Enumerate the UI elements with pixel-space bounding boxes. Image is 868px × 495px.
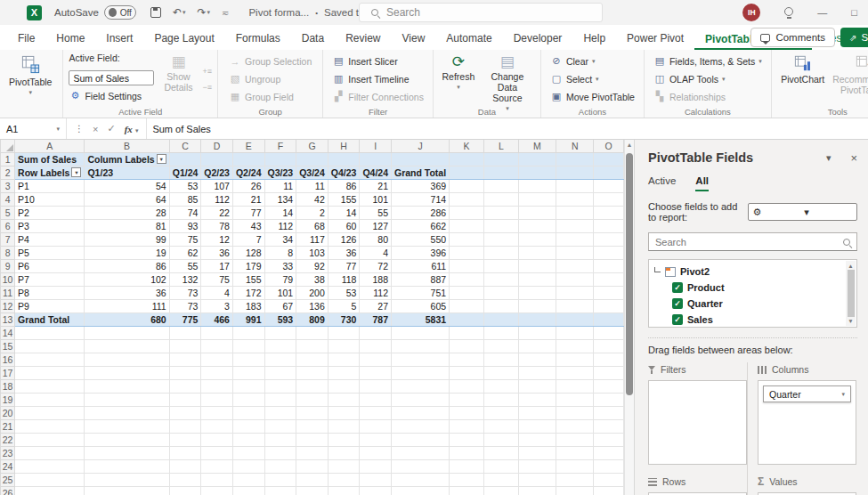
column-header-I[interactable]: I xyxy=(360,140,392,152)
cell[interactable] xyxy=(450,366,484,379)
autosave-toggle[interactable]: Off xyxy=(104,5,136,20)
row-header-19[interactable]: 19 xyxy=(1,393,15,406)
value-cell[interactable]: 53 xyxy=(328,286,360,299)
cell[interactable] xyxy=(391,152,449,166)
cell[interactable] xyxy=(556,152,594,166)
cell[interactable] xyxy=(450,419,484,433)
grand-total-value-cell[interactable]: 466 xyxy=(201,312,233,326)
cell[interactable] xyxy=(556,473,594,486)
row-total-cell[interactable]: 605 xyxy=(391,299,449,312)
cell[interactable] xyxy=(85,379,169,393)
cell[interactable] xyxy=(328,473,360,486)
value-cell[interactable]: 93 xyxy=(169,219,201,232)
cell[interactable] xyxy=(594,179,624,192)
grand-total-label-cell[interactable]: Grand Total xyxy=(15,312,85,326)
tab-formulas[interactable]: Formulas xyxy=(225,28,291,50)
column-header-O[interactable]: O xyxy=(594,140,624,152)
more-options-icon[interactable]: ⋮ xyxy=(75,124,84,134)
cell[interactable] xyxy=(484,312,519,326)
cell[interactable] xyxy=(450,259,484,272)
cell[interactable] xyxy=(594,339,624,353)
collapse-icon[interactable] xyxy=(654,267,661,272)
value-cell[interactable]: 14 xyxy=(328,206,360,219)
cell[interactable] xyxy=(201,393,233,406)
row-header-17[interactable]: 17 xyxy=(1,366,15,379)
field-item-product[interactable]: ✓Product xyxy=(654,280,844,296)
cell[interactable] xyxy=(556,486,594,495)
cell[interactable] xyxy=(484,166,519,179)
quarter-header-cell[interactable]: Q4/23 xyxy=(328,166,360,179)
cell[interactable] xyxy=(518,459,556,473)
column-header-D[interactable]: D xyxy=(201,140,233,152)
customize-qat-icon[interactable]: ≂ xyxy=(222,8,229,18)
value-cell[interactable]: 67 xyxy=(264,299,296,312)
value-cell[interactable]: 34 xyxy=(264,232,296,246)
quarter-header-cell[interactable]: Q1/23 xyxy=(85,166,169,179)
pivottable-button[interactable]: PivotTable ▾ xyxy=(5,53,55,106)
cell[interactable] xyxy=(556,232,594,246)
cell[interactable] xyxy=(556,406,594,419)
cell[interactable] xyxy=(556,259,594,272)
cancel-icon[interactable]: × xyxy=(93,124,98,134)
cell[interactable] xyxy=(264,446,296,459)
cell[interactable] xyxy=(594,419,624,433)
row-header-4[interactable]: 4 xyxy=(1,192,15,206)
cell[interactable] xyxy=(556,219,594,232)
cell[interactable] xyxy=(391,473,449,486)
column-header-M[interactable]: M xyxy=(518,140,556,152)
row-header-10[interactable]: 10 xyxy=(1,272,15,286)
cell[interactable] xyxy=(594,152,624,166)
cell[interactable] xyxy=(201,433,233,446)
cell[interactable] xyxy=(518,486,556,495)
cell[interactable] xyxy=(360,419,392,433)
cell[interactable] xyxy=(391,406,449,419)
cell[interactable] xyxy=(391,353,449,366)
search-bar[interactable]: Search xyxy=(359,3,603,22)
formula-content[interactable]: Sum of Sales xyxy=(147,118,868,139)
value-cell[interactable]: 4 xyxy=(360,246,392,259)
row-total-cell[interactable]: 396 xyxy=(391,246,449,259)
cell[interactable] xyxy=(328,433,360,446)
value-cell[interactable]: 101 xyxy=(264,286,296,299)
value-cell[interactable]: 54 xyxy=(85,179,169,192)
value-cell[interactable]: 28 xyxy=(85,206,169,219)
refresh-button[interactable]: ⟳ Refresh ▾ xyxy=(441,53,476,106)
cell[interactable] xyxy=(450,166,484,179)
value-cell[interactable]: 99 xyxy=(85,232,169,246)
column-labels-cell[interactable]: Column Labels▼ xyxy=(85,152,169,166)
cell[interactable] xyxy=(518,166,556,179)
cell[interactable] xyxy=(450,379,484,393)
quarter-header-cell[interactable]: Q3/24 xyxy=(296,166,329,179)
row-total-cell[interactable]: 611 xyxy=(391,259,449,272)
cell[interactable] xyxy=(484,326,519,339)
cell[interactable] xyxy=(518,259,556,272)
field-search-input[interactable] xyxy=(655,237,843,248)
cell[interactable] xyxy=(518,152,556,166)
value-cell[interactable]: 36 xyxy=(85,286,169,299)
cell[interactable] xyxy=(450,353,484,366)
cell[interactable] xyxy=(15,473,85,486)
product-label-cell[interactable]: P10 xyxy=(15,192,85,206)
cell[interactable] xyxy=(360,366,392,379)
cell[interactable] xyxy=(518,393,556,406)
cell[interactable] xyxy=(15,339,85,353)
columns-drop-zone[interactable]: Quarter▾ xyxy=(758,380,856,465)
ungroup-button[interactable]: ▧Ungroup xyxy=(229,70,312,87)
lightbulb-icon[interactable] xyxy=(784,7,793,19)
value-cell[interactable]: 27 xyxy=(360,299,392,312)
value-cell[interactable]: 38 xyxy=(296,272,329,286)
cell[interactable] xyxy=(484,473,519,486)
cell[interactable] xyxy=(518,179,556,192)
value-cell[interactable]: 43 xyxy=(232,219,264,232)
value-cell[interactable]: 5 xyxy=(328,299,360,312)
cell[interactable] xyxy=(556,366,594,379)
cell[interactable] xyxy=(264,353,296,366)
cell[interactable] xyxy=(518,339,556,353)
cell[interactable] xyxy=(594,379,624,393)
cell[interactable] xyxy=(594,393,624,406)
cell[interactable] xyxy=(450,473,484,486)
cell[interactable] xyxy=(594,433,624,446)
value-cell[interactable]: 155 xyxy=(232,272,264,286)
cell[interactable] xyxy=(391,446,449,459)
value-cell[interactable]: 107 xyxy=(201,179,233,192)
